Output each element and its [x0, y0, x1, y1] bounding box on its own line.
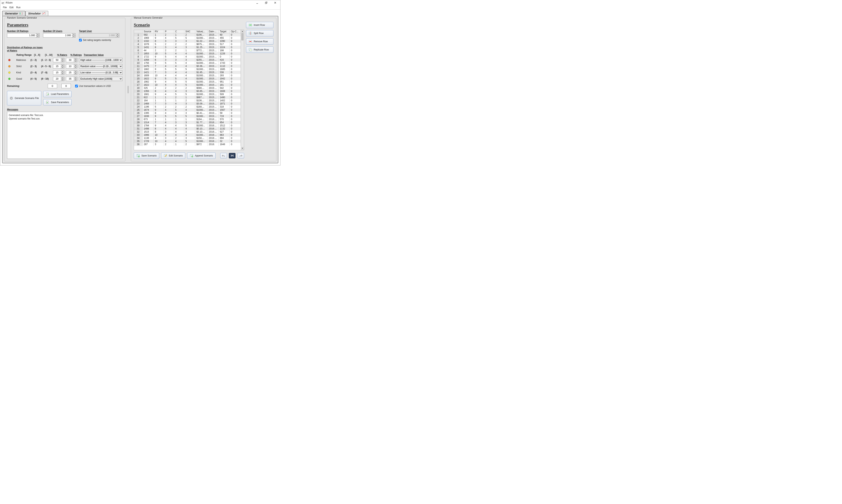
transaction-value-select[interactable]: High value -----------------[100$ , 1000…	[79, 58, 122, 62]
table-row[interactable]: 2411965222$168....2015:...3180	[134, 105, 241, 108]
edit-scenario-button[interactable]: Edit Scenario	[161, 152, 185, 159]
table-row[interactable]: 2613958443$0.41....2015:...590	[134, 111, 241, 114]
remove-row-button[interactable]: Remove Row	[246, 38, 273, 44]
split-row-button[interactable]: Split Row	[246, 30, 273, 36]
percent-ratings-spinner[interactable]: ▲▼	[66, 58, 77, 62]
splitter-handle[interactable]	[127, 18, 129, 161]
col-header[interactable]: Target	[218, 30, 230, 33]
table-row[interactable]: 2516749454$1000...2015:...15670	[134, 108, 241, 111]
table-row[interactable]: 286731111$164....2016:...5700	[134, 118, 241, 121]
table-row[interactable]: 410785222$675....2015:...5170	[134, 43, 241, 46]
table-row[interactable]: 219699455$1000...2015:...4550	[134, 36, 241, 39]
table-row[interactable]: 6442221$772....2015:...1980	[134, 49, 241, 52]
table-row[interactable]: 221641112$106....2015:...14020	[134, 99, 241, 102]
table-row[interactable]: 3411384323$150....2016:...8940	[134, 137, 241, 140]
table-row[interactable]: 2718369555$1000...2015:...7190	[134, 114, 241, 118]
scenario-table[interactable]: SourceRVPCSHCValue(...Date-...TargetOp-C…	[134, 30, 241, 146]
tab-simulator[interactable]: Simulator	[25, 11, 48, 16]
menu-run[interactable]: Run	[15, 6, 22, 9]
table-row[interactable]: 313328333$1.02....2015:...10900	[134, 39, 241, 43]
minimize-button[interactable]	[254, 1, 260, 5]
table-row[interactable]: 1314217344$1.85....2015:...3380	[134, 71, 241, 74]
scroll-up[interactable]: ▲	[241, 30, 244, 33]
table-row[interactable]: 1518229554$1000...2015:...19420	[134, 77, 241, 80]
table-row[interactable]: 218221121$967....2015:...14800	[134, 96, 241, 99]
load-parameters-button[interactable]: Load Parameters	[43, 91, 72, 97]
col-header[interactable]: Value(...	[195, 30, 208, 33]
table-row[interactable]: 17182210445$1000...2015:...1810	[134, 83, 241, 87]
save-parameters-button[interactable]: Save Parameters	[43, 99, 72, 105]
remaining-1[interactable]	[48, 84, 57, 88]
vertical-scrollbar[interactable]: ▲ ▼	[241, 30, 244, 150]
table-row[interactable]: 2314687343$3.09....2015:...19710	[134, 102, 241, 105]
transaction-value-select[interactable]: Random value ---------[0.1$ , 1000$]	[79, 64, 122, 69]
col-header[interactable]: Op-C...	[230, 30, 241, 33]
table-row[interactable]: 35172910445$1000...2016:...320	[134, 140, 241, 143]
table-row[interactable]: 1619829455$1000...2015:...9510	[134, 80, 241, 83]
spin-down[interactable]: ▼	[36, 36, 39, 38]
generate-scenario-button[interactable]: Generate Scenario File	[7, 91, 41, 105]
table-row[interactable]: 1218829555$1000...2015:...16850	[134, 68, 241, 71]
table-row[interactable]: 1913558443$3.85....2015:...16080	[134, 90, 241, 93]
num-ratings-spinner[interactable]: ▲▼	[7, 33, 39, 38]
percent-raters-spinner[interactable]: ▲▼	[53, 77, 64, 81]
save-scenario-button[interactable]: Save Scenario	[134, 152, 159, 159]
col-header[interactable]: P	[164, 30, 174, 33]
spin-up[interactable]: ▲	[72, 33, 75, 36]
table-row[interactable]: 514318343$1.25....2015:...10240	[134, 46, 241, 49]
spin-down[interactable]: ▼	[72, 36, 75, 38]
table-row[interactable]: 3114988444$0.10....2016:...11320	[134, 127, 241, 130]
percent-raters-spinner[interactable]: ▲▼	[53, 58, 64, 62]
percent-raters-spinner[interactable]: ▲▼	[53, 70, 64, 75]
num-users-spinner[interactable]: ▲▼	[43, 33, 75, 38]
insert-row-button[interactable]: Insert Row	[246, 22, 273, 28]
messages-textarea[interactable]: Generated scenario file: Test.sce.Opened…	[7, 112, 122, 159]
percent-ratings-spinner[interactable]: ▲▼	[66, 77, 77, 81]
scenario-table-scroll[interactable]: SourceRVPCSHCValue(...Date-...TargetOp-C…	[134, 30, 241, 150]
menu-edit[interactable]: Edit	[8, 6, 15, 9]
append-scenario-button[interactable]: Append Scenario	[187, 152, 215, 159]
table-row[interactable]: 7185310544$1000...2015:...12260	[134, 52, 241, 55]
table-row[interactable]: 362673212$9722016:16480	[134, 143, 241, 146]
remaining-2[interactable]	[61, 84, 71, 88]
percent-raters-spinner[interactable]: ▲▼	[53, 64, 64, 69]
table-row[interactable]: 3215158343$3.10....2016:...9270	[134, 130, 241, 133]
table-row[interactable]: 15921212$196....2015:...600	[134, 33, 241, 37]
col-header[interactable]	[134, 30, 142, 33]
table-row[interactable]: 1114757444$3.36....2015:...11100	[134, 65, 241, 68]
col-header[interactable]: RV	[154, 30, 164, 33]
col-header[interactable]: Source	[142, 30, 154, 33]
set-randomly-checkbox[interactable]	[79, 39, 82, 41]
close-button[interactable]	[272, 1, 278, 5]
save-icon-button[interactable]	[229, 153, 235, 158]
maximize-button[interactable]	[264, 1, 269, 5]
use-usd-checkbox[interactable]	[75, 85, 78, 87]
table-row[interactable]: 817229544$1000...2015:...00	[134, 55, 241, 58]
table-row[interactable]: 33199610444$1000...2016:...8630	[134, 133, 241, 137]
table-row[interactable]: 183252222$580....2015:...5420	[134, 87, 241, 90]
num-users-input[interactable]	[43, 33, 72, 38]
transaction-value-select[interactable]: Low value ------------------[0.1$ , 3.9$…	[79, 70, 122, 75]
col-header[interactable]: Date-...	[208, 30, 219, 33]
table-row[interactable]: 2016819455$1000...2015:...5090	[134, 93, 241, 96]
transaction-value-select[interactable]: Exclusively High value [1000$]	[79, 77, 122, 81]
replicate-row-button[interactable]: Replicate Row	[246, 47, 273, 53]
num-ratings-input[interactable]	[7, 33, 36, 38]
col-header[interactable]: SHC	[184, 30, 195, 33]
table-row[interactable]: 14160910444$1000...2015:...2930	[134, 74, 241, 77]
scroll-thumb[interactable]	[241, 33, 244, 40]
scroll-down[interactable]: ▼	[241, 147, 244, 150]
undo-button[interactable]	[220, 153, 227, 158]
table-row[interactable]: 1017569554$1000...2015:...17430	[134, 61, 241, 65]
svg-line-21	[12, 97, 13, 97]
percent-ratings-spinner[interactable]: ▲▼	[66, 70, 77, 75]
spin-up[interactable]: ▲	[36, 33, 39, 36]
percent-ratings-spinner[interactable]: ▲▼	[66, 64, 77, 69]
menu-file[interactable]: File	[2, 6, 8, 9]
tab-generator[interactable]: Generator	[2, 11, 25, 16]
table-row[interactable]: 2913147433$1.77....2016:...8540	[134, 121, 241, 124]
table-row[interactable]: 3017849445$1000...2016:...15120	[134, 124, 241, 127]
col-header[interactable]: C	[174, 30, 184, 33]
redo-button[interactable]	[237, 153, 244, 158]
table-row[interactable]: 910586333$255....2015:...4160	[134, 58, 241, 61]
